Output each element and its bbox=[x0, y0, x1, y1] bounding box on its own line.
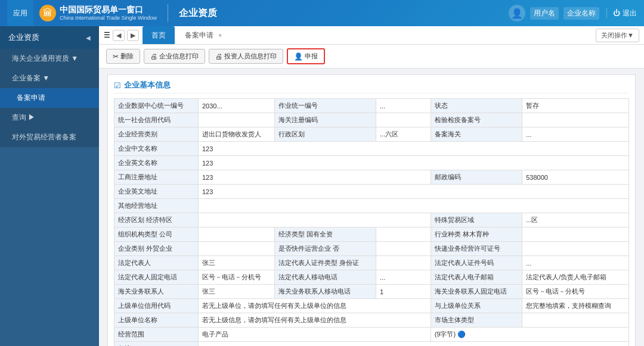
tab-record-apply[interactable]: 备案申请 × bbox=[176, 26, 231, 44]
field-label: 企业英文地址 bbox=[114, 185, 199, 199]
field-label: 海关业务联系人移动电话 bbox=[275, 285, 376, 299]
field-label: 行政区划 bbox=[275, 127, 376, 142]
tab-nav-controls: ☰ ◀ ▶ bbox=[104, 30, 139, 41]
content-area: ☰ ◀ ▶ 首页 备案申请 × 关闭操作▼ ✂ 删除 🖨 企业信息打印 bbox=[99, 26, 644, 346]
tab-home[interactable]: 首页 bbox=[143, 26, 175, 44]
field-value: 区号－电话－分机号 bbox=[522, 285, 629, 299]
sidebar-item-query[interactable]: 查询 ▶ bbox=[0, 108, 99, 127]
field-value: 法定代表人/负责人电子邮箱 bbox=[522, 270, 629, 285]
field-label: 企业经营类别 bbox=[114, 127, 199, 142]
enterprise-name-btn[interactable]: 企业名称 bbox=[564, 7, 599, 20]
enterprise-section-title: 企业基本信息 bbox=[124, 80, 171, 91]
page-content: ☑ 企业基本信息 企业数据中心统一编号 2030... 作业统一编号 ... 状… bbox=[99, 68, 644, 346]
section-title: 企业资质 bbox=[179, 7, 217, 20]
field-label: 统一社会信用代码 bbox=[114, 113, 199, 127]
site-title: 中国国际贸易单一窗口 China International Trade Sin… bbox=[60, 5, 157, 21]
table-row: 企业英文地址 123 bbox=[114, 185, 629, 199]
username-btn[interactable]: 用户名 bbox=[530, 7, 559, 20]
power-icon: ⏻ bbox=[613, 9, 620, 17]
field-value: 张三 bbox=[198, 285, 274, 299]
field-label: 企业类别 外贸企业 bbox=[114, 242, 199, 256]
table-row: 企业中文名称 123 bbox=[114, 142, 629, 156]
logo-icon: 🏛 bbox=[39, 5, 56, 21]
sidebar-item-record-apply[interactable]: 备案申请 bbox=[0, 88, 99, 108]
table-row: 上级单位信用代码 若无上级单位，请勿填写任何有关上级单位的信息 与上级单位关系 … bbox=[114, 299, 629, 313]
field-label: 市场主体类型 bbox=[431, 313, 522, 328]
field-value: (9字节) 🔵 bbox=[431, 328, 628, 342]
app-tab[interactable]: 应用 bbox=[7, 0, 33, 26]
field-value: 若无上级信息，请勿填写任何有关上级单位的信息 bbox=[198, 313, 431, 328]
field-label: 法定代表人 bbox=[114, 256, 199, 270]
enterprise-info-table: 企业数据中心统一编号 2030... 作业统一编号 ... 状态 暂存 统一社会… bbox=[114, 98, 629, 346]
field-value: 张三 bbox=[198, 256, 274, 270]
field-value: 538000 bbox=[522, 170, 629, 185]
sidebar-item-customs-general[interactable]: 海关企业通用资质 ▼ bbox=[0, 49, 99, 68]
table-row: 备注 bbox=[114, 342, 629, 347]
field-value: 进出口货物收发货人 bbox=[198, 127, 274, 142]
field-label: 组织机构类型 公司 bbox=[114, 227, 199, 242]
field-value: 2030... bbox=[198, 99, 274, 113]
field-label: 邮政编码 bbox=[431, 170, 522, 185]
table-row: 工商注册地址 123 邮政编码 538000 bbox=[114, 170, 629, 185]
field-label: 海关业务联系人 bbox=[114, 285, 199, 299]
field-label: 法定代表人证件号码 bbox=[431, 256, 522, 270]
table-row: 企业英文名称 123 bbox=[114, 156, 629, 170]
field-label: 法定代表人移动电话 bbox=[275, 270, 376, 285]
top-navigation: 应用 🏛 中国国际贸易单一窗口 China International Trad… bbox=[0, 0, 644, 26]
field-value bbox=[376, 227, 431, 242]
field-value: ...六区 bbox=[376, 127, 431, 142]
print-enterprise-btn[interactable]: 🖨 企业信息打印 bbox=[144, 49, 205, 64]
field-label: 企业英文名称 bbox=[114, 156, 199, 170]
field-label: 备案海关 bbox=[431, 127, 522, 142]
sidebar-item-enterprise-qual[interactable]: 企业资质 ◀ bbox=[0, 26, 99, 49]
delete-btn[interactable]: ✂ 删除 bbox=[106, 49, 140, 64]
nav-divider bbox=[168, 4, 168, 22]
field-value: 若无上级单位，请勿填写任何有关上级单位的信息 bbox=[198, 299, 431, 313]
field-label: 企业中文名称 bbox=[114, 142, 199, 156]
table-row: 海关业务联系人 张三 海关业务联系人移动电话 1 海关业务联系人固定电话 区号－… bbox=[114, 285, 629, 299]
sidebar: 企业资质 ◀ 海关企业通用资质 ▼ 企业备案 ▼ 备案申请 查询 ▶ 对外贸易经… bbox=[0, 26, 99, 346]
app-tab-label: 应用 bbox=[13, 8, 27, 18]
field-value bbox=[376, 242, 431, 256]
field-label: 经济区划 经济特区 bbox=[114, 213, 199, 227]
table-row: 企业经营类别 进出口货物收发货人 行政区划 ...六区 备案海关 ... bbox=[114, 127, 629, 142]
enterprise-section-header: ☑ 企业基本信息 bbox=[114, 80, 629, 93]
delete-icon: ✂ bbox=[113, 52, 119, 61]
field-value bbox=[522, 113, 629, 127]
field-value bbox=[376, 113, 431, 127]
apply-btn[interactable]: 👤 申报 bbox=[287, 48, 325, 64]
field-label: 法定代表人证件类型 身份证 bbox=[275, 256, 376, 270]
field-value bbox=[198, 242, 274, 256]
tab-close-icon[interactable]: × bbox=[218, 32, 222, 39]
user-avatar-icon[interactable]: 👤 bbox=[509, 5, 525, 21]
field-value: ... bbox=[522, 256, 629, 270]
field-value: 您完整地填索，支持模糊查询 bbox=[522, 299, 629, 313]
field-label: 海关业务联系人固定电话 bbox=[431, 285, 522, 299]
field-label: 其他经营地址 bbox=[114, 199, 199, 213]
field-value bbox=[522, 242, 629, 256]
field-label: 法定代表人固定电话 bbox=[114, 270, 199, 285]
field-value bbox=[198, 213, 431, 227]
field-label: 上级单位名称 bbox=[114, 313, 199, 328]
tab-prev-btn[interactable]: ◀ bbox=[113, 30, 125, 41]
field-label: 企业数据中心统一编号 bbox=[114, 99, 199, 113]
field-label: 检验检疫备案号 bbox=[431, 113, 522, 127]
sidebar-item-foreign-trade[interactable]: 对外贸易经营者备案 bbox=[0, 127, 99, 147]
print-investor-btn[interactable]: 🖨 投资人员信息打印 bbox=[209, 49, 283, 64]
exit-btn[interactable]: ⏻ 退出 bbox=[606, 8, 637, 18]
field-label: 行业种类 林木育种 bbox=[431, 227, 522, 242]
apply-icon: 👤 bbox=[294, 52, 303, 61]
table-row: 组织机构类型 公司 经济类型 国有全资 行业种类 林木育种 bbox=[114, 227, 629, 242]
field-value: ... bbox=[376, 99, 431, 113]
field-label: 是否快件运营企业 否 bbox=[275, 242, 376, 256]
sidebar-item-enterprise-record[interactable]: 企业备案 ▼ bbox=[0, 68, 99, 88]
field-value: 123 bbox=[198, 170, 431, 185]
field-label: 经营范围 bbox=[114, 328, 199, 342]
close-ops-btn[interactable]: 关闭操作▼ bbox=[596, 29, 639, 42]
hamburger-icon[interactable]: ☰ bbox=[104, 31, 110, 39]
tab-next-btn[interactable]: ▶ bbox=[127, 30, 139, 41]
enterprise-info-section: ☑ 企业基本信息 企业数据中心统一编号 2030... 作业统一编号 ... 状… bbox=[107, 74, 636, 346]
top-nav-right: 👤 用户名 企业名称 ⏻ 退出 bbox=[509, 5, 637, 21]
field-label: 海关注册编码 bbox=[275, 113, 376, 127]
main-layout: 企业资质 ◀ 海关企业通用资质 ▼ 企业备案 ▼ 备案申请 查询 ▶ 对外贸易经… bbox=[0, 26, 644, 346]
